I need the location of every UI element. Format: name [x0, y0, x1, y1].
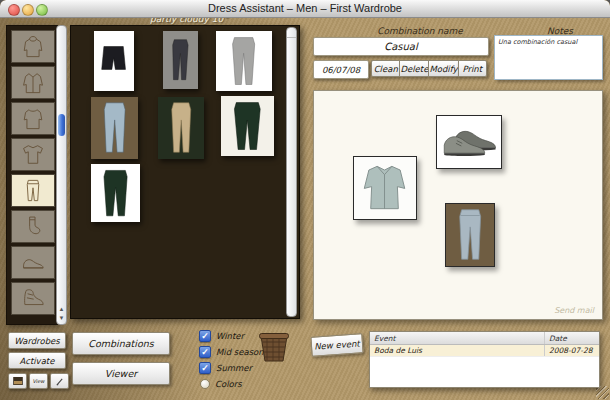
mid-season-checkbox-row[interactable]: Mid season [199, 346, 264, 358]
event-date-cell: 2008-07-28 [545, 345, 599, 356]
pants-image [94, 166, 137, 219]
viewer-button[interactable]: Viewer [72, 362, 170, 385]
mid-season-checkbox[interactable] [199, 346, 211, 358]
sidebar-item-tshirt[interactable] [11, 138, 55, 171]
send-mail-link[interactable]: Send mail [554, 306, 594, 315]
combination-item-shoes[interactable] [436, 115, 502, 169]
combinations-button[interactable]: Combinations [72, 332, 170, 355]
basket-icon [256, 329, 292, 365]
scroll-down-arrow-icon[interactable]: ▼ [57, 315, 66, 321]
event-column-header[interactable]: Event [370, 332, 545, 344]
pants-image [161, 99, 201, 156]
thumbnail-view-button[interactable] [8, 373, 27, 389]
tshirt-icon [16, 141, 50, 168]
date-column-header[interactable]: Date [545, 332, 599, 344]
wardrobe-item-green-pants[interactable] [221, 96, 274, 156]
app-label: Dress Assistant [8, 17, 58, 25]
boot-icon [16, 285, 50, 312]
list-view-button[interactable]: View [29, 373, 48, 389]
photo-icon [13, 377, 23, 385]
combination-actions: Clean Delete Modify Print [371, 60, 487, 77]
jeans-image [451, 206, 489, 263]
combination-item-jeans[interactable] [445, 203, 495, 267]
combination-date-field[interactable]: 06/07/08 [313, 60, 369, 79]
jacket-icon [16, 69, 50, 96]
category-sidebar [6, 25, 58, 325]
winter-checkbox-row[interactable]: Winter [199, 330, 244, 342]
delete-button[interactable]: Delete [399, 60, 428, 77]
shoe-icon [16, 249, 50, 276]
wardrobe-item-light-jeans[interactable] [91, 97, 138, 159]
activate-button[interactable]: Activate [8, 352, 66, 369]
new-event-button[interactable]: New event [310, 333, 363, 357]
combination-name-field[interactable]: Casual [313, 37, 489, 56]
winter-checkbox[interactable] [199, 330, 211, 342]
shoes-image [440, 119, 499, 166]
wardrobe-item-shorts[interactable] [94, 31, 134, 91]
sidebar-item-jacket[interactable] [11, 66, 55, 99]
wardrobe-item-green-pants-2[interactable] [91, 164, 140, 222]
pants-icon [16, 177, 50, 204]
pen-icon [55, 377, 64, 386]
wardrobe-grid-panel [70, 25, 300, 319]
sidebar-item-pants[interactable] [11, 174, 55, 207]
trash-basket[interactable] [256, 329, 292, 365]
wardrobe-item-gray-sweatpants[interactable] [216, 31, 272, 91]
clean-button[interactable]: Clean [371, 60, 399, 77]
summer-checkbox-row[interactable]: Summer [199, 362, 252, 374]
sidebar-scrollbar-thumb[interactable] [58, 114, 65, 136]
sidebar-item-sock[interactable] [11, 210, 55, 243]
window-titlebar: Dress Assistant – Men – First Wardrobe [0, 0, 610, 18]
combination-canvas: Send mail [313, 90, 603, 320]
event-table-row[interactable]: Boda de Luis 2008-07-28 [370, 345, 599, 357]
colors-label: Colors [215, 379, 242, 389]
print-button[interactable]: Print [458, 60, 487, 77]
sidebar-item-hooded-sweater[interactable] [11, 30, 55, 63]
edit-tool-button[interactable] [50, 373, 69, 389]
wardrobe-item-khaki-pants[interactable] [158, 97, 204, 159]
winter-label: Winter [216, 331, 244, 341]
sidebar-scrollbar[interactable]: ▲ ▼ [56, 25, 67, 325]
sidebar-item-boot[interactable] [11, 282, 55, 315]
summer-label: Summer [216, 363, 252, 373]
shorts-image [96, 33, 131, 88]
combination-name-label: Combination name [340, 26, 500, 36]
wardrobes-button[interactable]: Wardrobes [8, 332, 66, 349]
sweater-icon [16, 105, 50, 132]
sock-icon [16, 213, 50, 240]
events-table-header: Event Date [370, 332, 599, 345]
sidebar-item-sweater[interactable] [11, 102, 55, 135]
pants-image [224, 98, 271, 153]
app-window: Dress Assistant – Men – First Wardrobe D… [0, 0, 610, 400]
event-name-cell: Boda de Luis [370, 345, 545, 356]
notes-textarea[interactable]: Una combinación casual [494, 35, 603, 80]
colors-radio-row[interactable]: Colors [200, 379, 242, 389]
summer-checkbox[interactable] [199, 362, 211, 374]
modify-button[interactable]: Modify [428, 60, 457, 77]
combination-item-shirt[interactable] [353, 156, 417, 220]
notes-text: Una combinación casual [495, 36, 602, 48]
hooded-sweater-icon [16, 33, 50, 60]
colors-radio[interactable] [200, 379, 210, 389]
window-title: Dress Assistant – Men – First Wardrobe [0, 2, 610, 14]
events-table: Event Date Boda de Luis 2008-07-28 [369, 331, 600, 388]
sidebar-item-shoe[interactable] [11, 246, 55, 279]
jeans-image [94, 99, 135, 156]
pants-image [165, 33, 196, 86]
shirt-image [356, 159, 413, 216]
scroll-up-arrow-icon[interactable]: ▲ [57, 306, 66, 312]
wardrobe-scrollbar[interactable] [286, 27, 297, 317]
pants-image [219, 33, 268, 88]
wardrobe-item-dark-pants[interactable] [163, 31, 198, 89]
